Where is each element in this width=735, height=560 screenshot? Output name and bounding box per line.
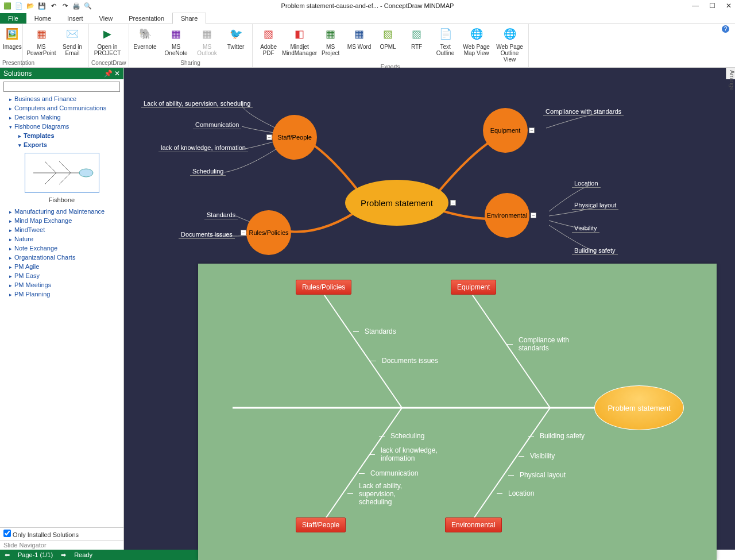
new-icon[interactable]: 📄: [15, 2, 23, 10]
expand-staff-icon[interactable]: –: [266, 134, 272, 140]
slide-navigator-label: Slide Navigator: [0, 540, 123, 550]
sidebar-item-pmagile[interactable]: PM Agile: [0, 262, 123, 271]
expand-rules-icon[interactable]: –: [241, 230, 246, 235]
solutions-search-input[interactable]: [3, 82, 120, 92]
presentation-group-label: Presentation: [2, 60, 20, 66]
fcat-staff[interactable]: Staff/People: [296, 517, 346, 532]
svg-line-1: [45, 161, 56, 173]
status-bar: ⬅ Page-1 (1/1) ➡ Ready: [0, 550, 201, 560]
sidebar-item-pmplanning[interactable]: PM Planning: [0, 289, 123, 299]
sidebar-item-orgcharts[interactable]: Organizational Charts: [0, 253, 123, 262]
conceptdraw-group-label: ConceptDraw: [91, 60, 126, 66]
staff-leaf-1[interactable]: Communication: [193, 121, 241, 129]
sidebar-item-decision[interactable]: Decision Making: [0, 113, 123, 122]
msoutlook-button[interactable]: ▦MS Outlook: [194, 25, 221, 57]
sidebar-item-noteexchange[interactable]: Note Exchange: [0, 244, 123, 253]
equip-leaf-0[interactable]: Compliance with standards: [543, 108, 624, 116]
undo-icon[interactable]: ↶: [49, 2, 57, 10]
fenv-1: Visibility: [530, 452, 555, 460]
env-leaf-2[interactable]: Visibility: [572, 225, 599, 233]
prev-page-icon[interactable]: ⬅: [5, 551, 10, 559]
center-node[interactable]: Problem statement: [345, 180, 448, 226]
env-node[interactable]: Environmental: [485, 193, 529, 238]
maximize-button[interactable]: ☐: [709, 2, 715, 10]
sidebar-item-nature[interactable]: Nature: [0, 234, 123, 244]
print-icon[interactable]: 🖨️: [72, 2, 80, 10]
staff-leaf-2[interactable]: lack of knowledge, information: [158, 144, 248, 152]
expand-env-icon[interactable]: –: [531, 213, 536, 218]
sidebar-item-templates[interactable]: Templates: [0, 131, 123, 140]
openproj-label: Open in PROJECT: [92, 44, 123, 56]
save-icon[interactable]: 💾: [38, 2, 46, 10]
twitter-button[interactable]: 🐦Twitter: [222, 25, 250, 57]
webpage-outlineview-button[interactable]: 🌐Web Page Outline View: [494, 25, 526, 64]
next-page-icon[interactable]: ➡: [61, 551, 66, 559]
msonenote-button[interactable]: ▦MS OneNote: [160, 25, 192, 57]
file-menu[interactable]: File: [0, 13, 26, 24]
sidebar-item-pmmeetings[interactable]: PM Meetings: [0, 280, 123, 289]
close-panel-icon[interactable]: ✕: [114, 69, 120, 78]
rtf-label: RTF: [411, 44, 422, 50]
insert-tab[interactable]: Insert: [59, 13, 91, 24]
pin-icon[interactable]: 📌: [104, 69, 113, 78]
fishbone-thumbnail[interactable]: [25, 153, 99, 193]
rules-leaf-1[interactable]: Documents issues: [179, 231, 235, 239]
fstaff-0: Scheduling: [390, 432, 424, 440]
adobe-pdf-button[interactable]: ▧Adobe PDF: [255, 25, 283, 64]
msproject-button[interactable]: ▦MS Project: [317, 25, 345, 64]
env-leaf-3[interactable]: Building safety: [572, 247, 618, 255]
sidebar-item-mindtweet[interactable]: MindTweet: [0, 225, 123, 234]
sidebar-item-manufacturing[interactable]: Manufacturing and Maintenance: [0, 207, 123, 216]
svg-line-9: [321, 408, 402, 525]
fishbone-head[interactable]: Problem statement: [594, 385, 684, 430]
redo-icon[interactable]: ↷: [61, 2, 69, 10]
ms-powerpoint-button[interactable]: ▦MS PowerPoint: [25, 25, 57, 57]
open-icon[interactable]: 📂: [26, 2, 34, 10]
webpage-mapview-button[interactable]: 🌐Web Page Map View: [461, 25, 493, 64]
staff-leaf-3[interactable]: Scheduling: [190, 168, 226, 176]
share-tab[interactable]: Share: [172, 13, 206, 24]
sidebar-item-exports[interactable]: Exports: [0, 140, 123, 149]
sidebar-item-business[interactable]: Business and Finance: [0, 94, 123, 103]
images-button[interactable]: 🖼️Images: [2, 25, 22, 51]
fcat-env[interactable]: Environmental: [445, 517, 502, 532]
minimize-button[interactable]: —: [692, 2, 699, 10]
rtf-button[interactable]: ▧RTF: [403, 25, 431, 64]
mindjet-button[interactable]: ◧Mindjet MindManager: [284, 25, 316, 64]
expand-equipment-icon[interactable]: –: [529, 128, 535, 133]
fenv-3: Location: [508, 489, 534, 497]
msword-button[interactable]: ▦MS Word: [346, 25, 373, 64]
send-email-button[interactable]: ✉️Send in Email: [59, 25, 86, 57]
equipment-node[interactable]: Equipment: [483, 108, 528, 153]
opml-button[interactable]: ▧OPML: [374, 25, 402, 64]
svg-line-10: [469, 408, 550, 525]
fcat-equipment[interactable]: Equipment: [451, 280, 496, 295]
open-in-project-button[interactable]: ▶Open in PROJECT: [91, 25, 123, 57]
sidebar-item-pmeasy[interactable]: PM Easy: [0, 271, 123, 280]
help-icon[interactable]: ?: [722, 25, 729, 33]
home-tab[interactable]: Home: [26, 13, 59, 24]
view-tab[interactable]: View: [91, 13, 121, 24]
rules-node[interactable]: Rules/Policies: [246, 210, 291, 255]
only-installed-checkbox[interactable]: [3, 530, 11, 537]
env-leaf-0[interactable]: Location: [572, 180, 601, 188]
staff-leaf-0[interactable]: Lack of ability, supervision, scheduling: [141, 100, 253, 108]
arrange-side-tab[interactable]: Arrange: [726, 68, 735, 79]
svg-line-7: [324, 295, 402, 408]
rules-leaf-0[interactable]: Standards: [204, 211, 238, 219]
preview-icon[interactable]: 🔍: [84, 2, 92, 10]
sidebar-item-fishbone[interactable]: Fishbone Diagrams: [0, 122, 123, 131]
expand-center-icon[interactable]: –: [450, 200, 456, 206]
fcat-rules[interactable]: Rules/Policies: [296, 280, 351, 295]
evernote-button[interactable]: 🐘Evernote: [131, 25, 159, 57]
text-outline-button[interactable]: 📄Text Outline: [432, 25, 459, 64]
fenv-2: Physical layout: [520, 471, 566, 479]
env-leaf-1[interactable]: Physical layout: [572, 202, 618, 210]
close-button[interactable]: ✕: [726, 2, 732, 10]
staff-node[interactable]: Staff/People: [272, 115, 317, 160]
sidebar-item-computers[interactable]: Computers and Communications: [0, 103, 123, 113]
adobe-label: Adobe PDF: [256, 44, 282, 56]
sidebar-item-mmexchange[interactable]: Mind Map Exchange: [0, 216, 123, 225]
presentation-tab[interactable]: Presentation: [121, 13, 172, 24]
wpout-label: Web Page Outline View: [494, 44, 525, 63]
